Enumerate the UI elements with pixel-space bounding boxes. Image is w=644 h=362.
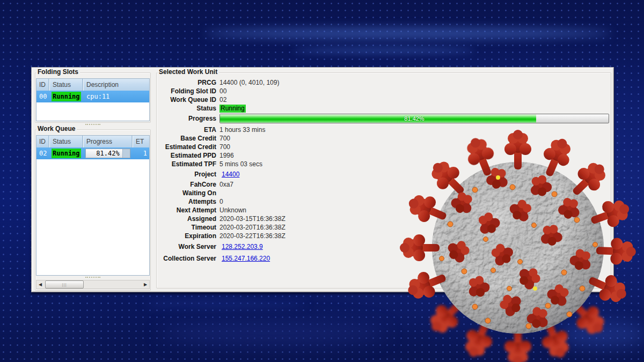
work-server-link[interactable]: 128.252.203.9: [219, 243, 263, 250]
column-header-status[interactable]: Status: [50, 79, 84, 91]
queue-progress-text: 81.42%: [96, 150, 119, 157]
field-label: PRCG: [160, 79, 216, 86]
field-label: Folding Slot ID: [160, 87, 216, 95]
field-value: 14400 (0, 4010, 109): [219, 79, 279, 86]
collection-server-link[interactable]: 155.247.166.220: [219, 255, 270, 262]
field-label: ETA: [160, 126, 216, 134]
field-label: Waiting On: [160, 189, 216, 197]
work-queue-table: ID Status Progress ET 02 Running 81.42% …: [36, 135, 150, 276]
field-label: Base Credit: [160, 135, 216, 142]
field-label: Work Server: [160, 243, 216, 250]
work-queue-header-row: ID Status Progress ET: [36, 136, 149, 147]
column-header-progress[interactable]: Progress: [84, 136, 133, 147]
field-row-attempts: Attempts 0: [160, 197, 609, 206]
field-row-project: Project 14400: [160, 170, 609, 179]
field-row-eta: ETA 1 hours 33 mins: [160, 125, 609, 134]
field-value: 0: [219, 198, 223, 205]
folding-slot-row[interactable]: 00 Running cpu:11: [36, 91, 149, 102]
queue-progress-cell: 81.42%: [84, 147, 133, 159]
column-header-id[interactable]: ID: [36, 79, 50, 91]
field-row-work-queue-id: Work Queue ID 02: [160, 95, 609, 104]
field-label: Timeout: [160, 224, 216, 231]
field-row-prcg: PRCG 14400 (0, 4010, 109): [160, 78, 609, 87]
slot-description-cell: cpu:11: [84, 91, 149, 102]
background-shadow-streak: [161, 320, 386, 346]
field-row-base-credit: Base Credit 700: [160, 134, 609, 143]
field-value: 5 mins 03 secs: [219, 160, 262, 168]
background-light-streak: [204, 28, 612, 39]
queue-status-cell: Running: [50, 147, 84, 159]
progress-bar-text: 81.42%: [220, 114, 609, 123]
slot-status-cell: Running: [50, 91, 84, 102]
field-row-expiration: Expiration 2020-03-22T16:36:38Z: [160, 232, 609, 240]
field-row-estimated-credit: Estimated Credit 700: [160, 143, 609, 151]
background-light-streak: [558, 322, 644, 349]
column-header-description[interactable]: Description: [84, 79, 149, 91]
field-value: 2020-03-15T16:36:38Z: [219, 215, 286, 223]
status-badge: Running: [52, 149, 81, 158]
field-row-fahcore: FahCore 0xa7: [160, 180, 609, 189]
field-value: 700: [219, 135, 230, 142]
status-badge: Running: [219, 105, 246, 113]
queue-progress-indicator: 81.42%: [85, 149, 130, 158]
field-label: Progress: [160, 115, 216, 122]
folding-slots-title: Folding Slots: [36, 69, 80, 76]
work-queue-row[interactable]: 02 Running 81.42% 1: [36, 147, 149, 159]
field-value: 2020-03-20T16:36:38Z: [219, 224, 286, 231]
column-header-status[interactable]: Status: [50, 136, 84, 147]
column-header-id[interactable]: ID: [36, 136, 50, 147]
field-label: Collection Server: [160, 255, 216, 262]
selected-work-unit-title: Selected Work Unit: [157, 69, 219, 76]
queue-id-cell: 02: [36, 147, 50, 159]
project-link[interactable]: 14400: [219, 171, 239, 178]
field-label: Estimated PPD: [160, 152, 216, 159]
field-label: Attempts: [160, 198, 216, 205]
field-value: 1 hours 33 mins: [219, 126, 265, 134]
pane-splitter-handle[interactable]: [85, 124, 100, 125]
field-label: Status: [160, 105, 216, 112]
queue-progress-remainder: [122, 149, 130, 158]
work-queue-title: Work Queue: [36, 125, 77, 132]
field-label: Assigned: [160, 215, 216, 223]
field-value: 2020-03-22T16:36:38Z: [219, 232, 286, 240]
work-unit-progress-bar: 81.42%: [219, 114, 609, 123]
folding-slots-table: ID Status Description 00 Running cpu:11: [36, 78, 150, 121]
background-shadow-streak: [145, 300, 306, 308]
queue-eta-cell: 1: [133, 147, 149, 159]
field-row-work-server: Work Server 128.252.203.9: [160, 242, 609, 251]
scrollbar-thumb[interactable]: |||: [45, 280, 84, 289]
field-value: Unknown: [219, 206, 246, 214]
scroll-right-arrow-icon[interactable]: ▶: [142, 280, 149, 289]
horizontal-scrollbar[interactable]: ◀ ||| ▶: [36, 280, 150, 289]
fahcontrol-window: Folding Slots ID Status Description 00 R…: [31, 67, 614, 292]
slot-id-cell: 00: [36, 91, 50, 102]
scrollbar-track[interactable]: |||: [44, 280, 142, 289]
field-row-timeout: Timeout 2020-03-20T16:36:38Z: [160, 223, 609, 232]
field-label: Work Queue ID: [160, 96, 216, 104]
selected-work-unit-fields: PRCG 14400 (0, 4010, 109) Folding Slot I…: [160, 78, 609, 263]
field-value: 00: [219, 87, 226, 95]
pane-splitter-handle[interactable]: [85, 277, 100, 278]
field-value: 1996: [219, 152, 234, 159]
field-row-status: Status Running: [160, 104, 609, 113]
field-row-progress: Progress 81.42%: [160, 113, 609, 124]
field-row-assigned: Assigned 2020-03-15T16:36:38Z: [160, 215, 609, 223]
field-value: 02: [219, 96, 226, 104]
field-label: Project: [160, 171, 216, 178]
field-value: 0xa7: [219, 181, 233, 188]
field-value: 700: [219, 143, 230, 151]
field-row-next-attempt: Next Attempt Unknown: [160, 206, 609, 215]
background-light-streak: [292, 47, 475, 54]
scroll-left-arrow-icon[interactable]: ◀: [36, 280, 44, 289]
column-header-eta[interactable]: ET: [133, 136, 149, 147]
field-label: FahCore: [160, 181, 216, 188]
status-badge: Running: [52, 92, 81, 101]
folding-slots-header-row: ID Status Description: [36, 79, 149, 91]
field-label: Estimated Credit: [160, 143, 216, 151]
field-row-estimated-ppd: Estimated PPD 1996: [160, 151, 609, 160]
field-label: Next Attempt: [160, 206, 216, 214]
field-row-waiting-on: Waiting On: [160, 189, 609, 197]
field-label: Estimated TPF: [160, 160, 216, 168]
field-row-collection-server: Collection Server 155.247.166.220: [160, 254, 609, 263]
field-label: Expiration: [160, 232, 216, 240]
